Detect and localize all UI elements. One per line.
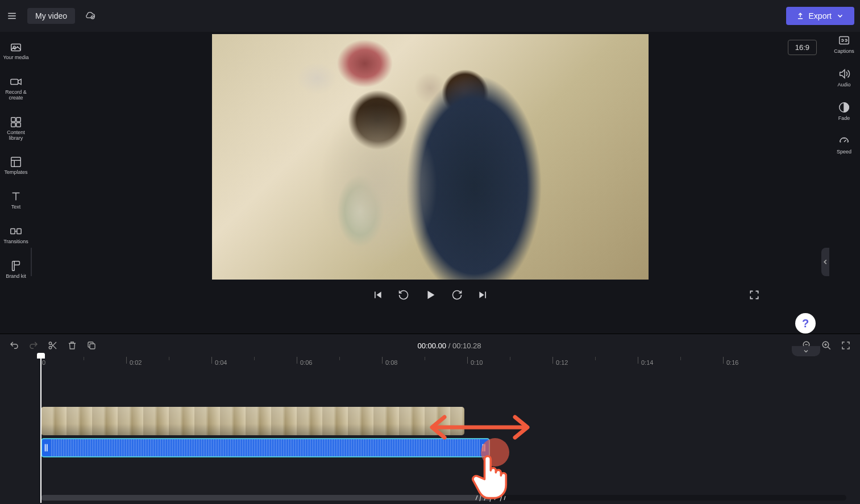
text-icon (10, 190, 22, 203)
captions-icon (838, 34, 850, 47)
video-clip[interactable] (41, 407, 464, 435)
ruler-tick-major (552, 357, 553, 364)
sidebar-item-audio[interactable]: Audio (837, 68, 850, 88)
record-icon (10, 76, 22, 88)
ruler-tick-label: 0:04 (215, 359, 227, 366)
sidebar-item-label: Speed (837, 149, 851, 155)
undo-button[interactable] (9, 340, 19, 351)
help-button[interactable]: ? (795, 313, 816, 334)
menu-icon[interactable] (6, 11, 18, 21)
timecode-total: 00:10.28 (452, 341, 481, 350)
brand-kit-icon (10, 260, 22, 272)
right-panel-toggle[interactable] (821, 248, 829, 276)
ruler-tick-label: 0:08 (385, 359, 397, 366)
svg-rect-15 (17, 229, 21, 234)
fade-icon (838, 101, 850, 114)
templates-icon (10, 156, 22, 168)
ruler-tick-minor (84, 357, 84, 360)
split-button[interactable] (48, 340, 58, 351)
skip-start-button[interactable] (372, 289, 383, 301)
sidebar-item-templates[interactable]: Templates (0, 153, 32, 178)
sidebar-item-speed[interactable]: Speed (837, 135, 851, 155)
sidebar-item-label: Content library (0, 130, 32, 141)
forward-button[interactable] (451, 289, 463, 301)
ruler-tick-major (126, 357, 127, 364)
svg-rect-23 (90, 344, 95, 349)
sidebar-item-label: Record & create (0, 90, 32, 101)
topbar-left: My video (6, 8, 95, 24)
sidebar-item-label: Your media (3, 55, 28, 61)
project-title[interactable]: My video (27, 8, 75, 24)
sidebar-item-text[interactable]: Text (0, 188, 32, 213)
duplicate-button[interactable] (86, 340, 97, 351)
sidebar-item-your-media[interactable]: Your media (0, 39, 32, 63)
player-controls (32, 289, 828, 301)
svg-rect-31 (45, 444, 46, 452)
ruler-tick-minor (169, 357, 169, 360)
fullscreen-button[interactable] (749, 289, 760, 301)
timeline-scrollbar-thumb[interactable] (41, 495, 492, 501)
fit-timeline-button[interactable] (841, 340, 851, 351)
export-label: Export (809, 11, 832, 20)
preview-area: 16:9 ? (32, 32, 828, 334)
help-collapse-button[interactable] (792, 346, 820, 356)
rewind-button[interactable] (398, 289, 409, 301)
cloud-sync-icon[interactable] (84, 10, 95, 22)
sidebar-item-label: Fade (838, 115, 850, 121)
chevron-left-icon (821, 258, 829, 266)
timeline-ruler[interactable]: 0 0:020:040:060:080:100:120:140:16 (36, 357, 851, 372)
ruler-tick-label: 0:14 (641, 359, 653, 366)
main-area: Your media Record & create Content libra… (0, 32, 860, 334)
timeline-tracks (36, 372, 851, 504)
sidebar-item-record-create[interactable]: Record & create (0, 73, 32, 103)
ruler-tick-minor (680, 357, 681, 360)
timeline-toolbar: 00:00.00 / 00:10.28 (0, 334, 860, 357)
chevron-down-icon (803, 348, 809, 355)
svg-rect-8 (16, 117, 20, 121)
sidebar-item-captions[interactable]: Captions (834, 34, 854, 54)
transitions-icon (10, 225, 22, 238)
svg-rect-32 (47, 444, 48, 452)
svg-line-28 (828, 347, 830, 349)
ruler-tick-label: 0:10 (471, 359, 483, 366)
playhead[interactable] (40, 355, 41, 503)
annotation-drag-arrow (423, 410, 537, 447)
sidebar-item-fade[interactable]: Fade (838, 101, 850, 121)
zoom-in-button[interactable] (821, 340, 832, 351)
ruler-tick-minor (510, 357, 510, 360)
video-canvas[interactable] (212, 34, 649, 280)
play-button[interactable] (424, 289, 437, 301)
ruler-start-label: 0 (42, 359, 45, 366)
ruler-tick-label: 0:12 (556, 359, 568, 366)
svg-rect-14 (11, 229, 15, 234)
skip-end-button[interactable] (477, 289, 489, 301)
ruler-tick-minor (425, 357, 425, 360)
audio-trim-handle-left[interactable] (42, 439, 51, 456)
timecode-display: 00:00.00 / 00:10.28 (417, 341, 481, 350)
delete-button[interactable] (67, 340, 77, 351)
timeline-panel: 00:00.00 / 00:10.28 0 0:020:040:060:080:… (0, 334, 860, 504)
ruler-tick-label: 0:02 (130, 359, 142, 366)
sidebar-item-brand-kit[interactable]: Brand kit (0, 257, 32, 282)
top-bar: My video Export (0, 0, 860, 32)
audio-icon (838, 68, 850, 80)
ruler-tick-minor (339, 357, 340, 360)
sidebar-item-label: Audio (837, 82, 850, 88)
sidebar-item-content-library[interactable]: Content library (0, 114, 32, 144)
timeline-toolbar-left (9, 340, 97, 351)
ruler-tick-label: 0:16 (726, 359, 738, 366)
audio-waveform (51, 439, 480, 456)
ruler-tick-minor (595, 357, 596, 360)
ruler-tick-major (467, 357, 468, 364)
chevron-down-icon (836, 12, 844, 20)
export-button[interactable]: Export (786, 7, 854, 25)
ruler-tick-minor (254, 357, 255, 360)
sidebar-item-label: Brand kit (6, 274, 26, 280)
ruler-tick-major (638, 357, 638, 364)
aspect-ratio-button[interactable]: 16:9 (788, 40, 817, 55)
sidebar-item-transitions[interactable]: Transitions (0, 223, 32, 247)
canvas-wrap (212, 34, 649, 280)
media-icon (10, 41, 22, 53)
timeline-scrollbar[interactable] (41, 495, 846, 501)
redo-button[interactable] (28, 340, 39, 351)
